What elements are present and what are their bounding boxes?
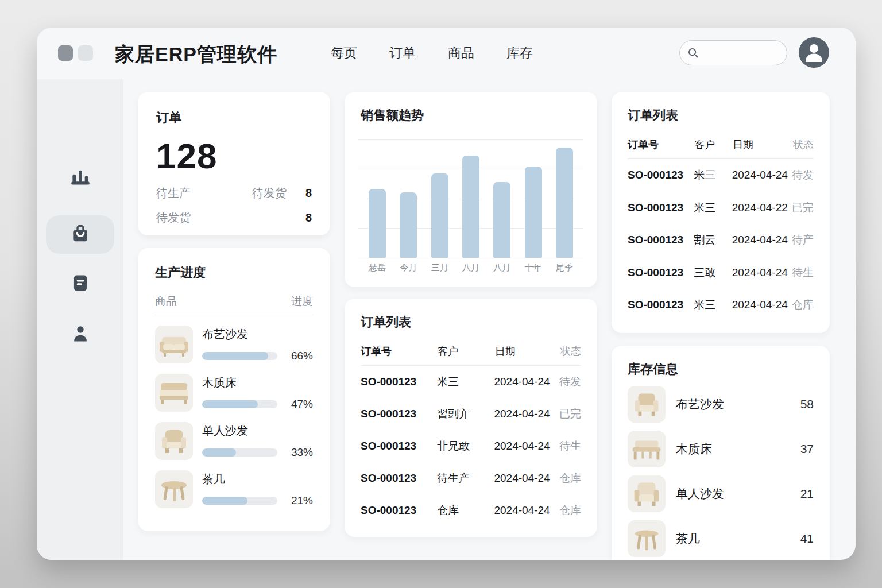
table-row[interactable]: SO-000123 米三 2024-04-22 已完 <box>628 192 814 225</box>
progress-percent: 66% <box>277 350 313 362</box>
nav-item-inventory[interactable]: 库存 <box>506 44 533 62</box>
stat-label: 待发货 <box>156 210 291 226</box>
table-row[interactable]: SO-000123 三敢 2024-04-24 待生 <box>628 257 814 289</box>
status-badge: 待发 <box>559 374 581 389</box>
nav-item-orders[interactable]: 订单 <box>389 44 416 62</box>
x-tick-label: 悬岳 <box>369 262 386 273</box>
chart-bar <box>369 189 386 258</box>
date: 2024-04-24 <box>494 504 559 517</box>
user-avatar[interactable] <box>799 37 829 68</box>
orders-stat-row: 待生产 待发货 8 <box>156 185 312 201</box>
column-header-status: 状态 <box>560 345 581 358</box>
x-tick-label: 今月 <box>400 262 417 273</box>
customer: 三敢 <box>694 265 732 280</box>
order-list-card-right: 订单列表 订单号 客户 日期 状态 SO-000123 米三 2024-04-2… <box>612 92 830 333</box>
table-row[interactable]: SO-000123 米三 2024-04-24 待发 <box>361 366 581 398</box>
product-name: 茶几 <box>202 471 313 487</box>
chart-title: 销售额趋势 <box>361 107 581 124</box>
table-row[interactable]: SO-000123 米三 2024-04-24 待发 <box>628 159 814 192</box>
column-header-date: 日期 <box>495 345 560 358</box>
order-no: SO-000123 <box>361 440 437 452</box>
sidebar-item-products[interactable] <box>37 272 123 296</box>
sales-trend-card: 销售额趋势 悬岳 今月 三月 八月 八月 十年 尾季 <box>345 92 597 287</box>
table-row[interactable]: SO-000123 習剅亣 2024-04-24 已完 <box>361 398 581 430</box>
order-no: SO-000123 <box>361 472 437 485</box>
customer: 米三 <box>694 297 732 312</box>
product-image-bed <box>155 374 193 412</box>
customer: 待生产 <box>437 471 494 486</box>
x-tick-label: 十年 <box>525 262 542 273</box>
orders-count: 128 <box>156 136 312 176</box>
inventory-item-qty: 58 <box>800 397 814 411</box>
status-badge: 仓库 <box>559 471 581 486</box>
table-row[interactable]: SO-000123 米三 2024-04-24 仓库 <box>628 289 814 322</box>
date: 2024-04-24 <box>732 169 792 181</box>
production-item: 单人沙发 33% <box>155 422 313 460</box>
app-window: 家居ERP管理软件 每页 订单 商品 库存 <box>37 28 856 560</box>
status-badge: 待生 <box>559 439 581 454</box>
x-tick-label: 三月 <box>431 262 448 273</box>
product-image-armchair <box>155 422 193 460</box>
inventory-item-name: 茶几 <box>676 531 700 547</box>
stat-value: 8 <box>291 211 312 225</box>
app-header: 家居ERP管理软件 每页 订单 商品 库存 <box>37 28 856 79</box>
chart-bar <box>431 173 448 258</box>
column-header-order-no: 订单号 <box>361 345 438 358</box>
status-badge: 已完 <box>559 407 581 421</box>
table-row[interactable]: SO-000123 待生产 2024-04-24 仓库 <box>361 462 581 494</box>
sidebar-item-orders[interactable] <box>46 215 114 254</box>
inventory-item-qty: 21 <box>800 487 814 501</box>
date: 2024-04-24 <box>494 408 559 420</box>
customer: 米三 <box>694 200 732 215</box>
gridline <box>358 258 583 258</box>
order-no: SO-000123 <box>361 376 437 388</box>
product-image-table <box>628 520 666 557</box>
stat-label: 待生产 <box>156 185 252 201</box>
inventory-item-qty: 41 <box>800 532 814 546</box>
production-progress-card: 生产进度 商品 进度 布艺沙发 66% 木质床 <box>138 248 330 531</box>
x-tick-label: 八月 <box>493 262 510 273</box>
divider <box>155 315 313 315</box>
product-name: 单人沙发 <box>202 423 313 439</box>
progress-percent: 47% <box>277 398 313 411</box>
inventory-item: 布艺沙发 58 <box>628 386 814 423</box>
sidebar-item-users[interactable] <box>37 323 123 348</box>
nav-item-home[interactable]: 每页 <box>331 44 357 62</box>
column-header-product: 商品 <box>155 294 177 309</box>
product-image-armchair <box>628 475 666 512</box>
inventory-card-title: 库存信息 <box>628 361 814 378</box>
progress-track <box>202 400 277 408</box>
order-no: SO-000123 <box>628 202 694 214</box>
column-header-status: 状态 <box>793 138 814 152</box>
customer: 米三 <box>437 374 494 389</box>
progress-track <box>202 448 277 457</box>
order-list-title: 订单列表 <box>628 107 814 124</box>
inventory-item: 单人沙发 21 <box>628 475 814 512</box>
sidebar-item-dashboard[interactable] <box>37 165 123 192</box>
main-nav: 每页 订单 商品 库存 <box>331 44 533 62</box>
table-row[interactable]: SO-000123 割云 2024-04-24 待产 <box>628 224 814 257</box>
customer: 割云 <box>694 233 732 247</box>
column-header-customer: 客户 <box>438 345 495 358</box>
date: 2024-04-22 <box>732 202 792 214</box>
chart-bar <box>400 192 417 258</box>
product-name: 布艺沙发 <box>202 327 313 342</box>
status-badge: 已完 <box>792 200 814 215</box>
window-dot-dark <box>58 45 73 61</box>
table-row[interactable]: SO-000123 卝兄敢 2024-04-24 待生 <box>361 430 581 462</box>
search-input[interactable] <box>704 48 779 58</box>
search-box[interactable] <box>679 40 787 65</box>
progress-fill <box>202 448 236 457</box>
inventory-item-name: 布艺沙发 <box>676 396 724 412</box>
nav-item-products[interactable]: 商品 <box>448 44 474 62</box>
progress-percent: 33% <box>277 446 313 459</box>
production-card-title: 生产进度 <box>155 264 313 281</box>
order-list-title: 订单列表 <box>361 314 581 331</box>
order-no: SO-000123 <box>628 266 694 279</box>
orders-card-title: 订单 <box>156 109 312 126</box>
column-header-customer: 客户 <box>694 138 733 152</box>
date: 2024-04-24 <box>494 472 559 485</box>
table-row[interactable]: SO-000123 仓库 2024-04-24 仓库 <box>361 494 581 527</box>
stat-label: 待发货 <box>252 185 287 201</box>
product-name: 木质床 <box>202 375 313 390</box>
